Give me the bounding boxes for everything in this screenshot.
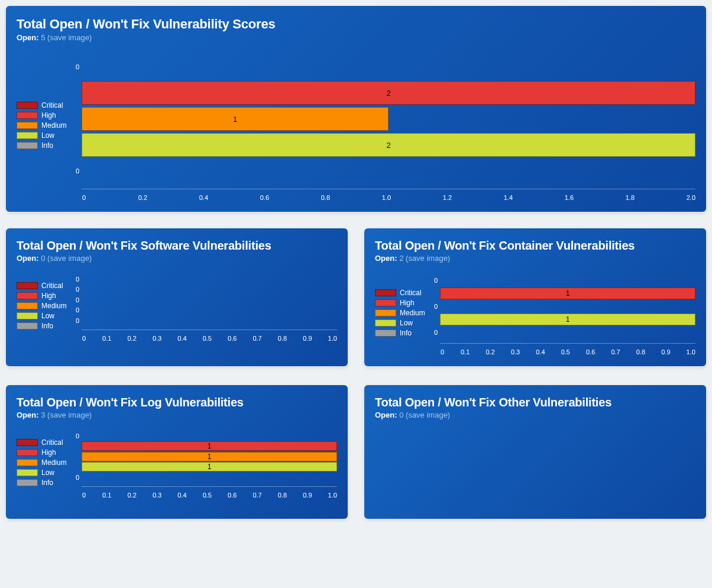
x-tick: 0.4 — [177, 335, 186, 342]
legend-item-high[interactable]: High — [17, 111, 78, 119]
x-tick: 1.0 — [382, 194, 391, 201]
card-subtitle: Open: 0 (save image) — [17, 254, 337, 263]
bar-row-info: 0 — [82, 316, 337, 325]
legend-item-info[interactable]: Info — [17, 479, 78, 487]
x-tick: 0.8 — [321, 194, 330, 201]
x-tick: 1.8 — [626, 194, 635, 201]
bar-medium[interactable]: 1 — [82, 107, 389, 131]
legend-item-info[interactable]: Info — [375, 329, 436, 337]
x-tick: 0 — [82, 492, 86, 499]
save-image-link[interactable]: (save image) — [47, 33, 92, 42]
legend-label: High — [41, 292, 56, 300]
legend-label: Info — [41, 322, 53, 330]
bar-row-critical: 0 — [82, 55, 695, 79]
legend-label: Medium — [41, 121, 67, 130]
x-tick: 0.1 — [102, 335, 111, 342]
legend-swatch — [17, 132, 38, 139]
save-image-link[interactable]: (save image) — [47, 254, 92, 263]
x-tick: 0 — [82, 335, 86, 342]
save-image-link[interactable]: (save image) — [406, 254, 450, 263]
legend-item-info[interactable]: Info — [17, 141, 78, 150]
bar-row-medium: 1 — [82, 452, 337, 461]
plot: 01010 00.10.20.30.40.50.60.70.80.91.0 — [440, 270, 695, 356]
bar-low[interactable]: 2 — [82, 133, 695, 157]
empty-chart-body — [375, 419, 695, 508]
x-tick: 0.9 — [661, 348, 670, 356]
open-label: Open: — [17, 411, 39, 419]
x-tick: 0.3 — [153, 492, 161, 499]
card-subtitle: Open: 0 (save image) — [375, 411, 695, 419]
legend-label: Low — [41, 131, 54, 140]
bars-area: 00000 — [82, 270, 337, 330]
bar-row-medium: 0 — [82, 295, 337, 305]
bar-low[interactable]: 1 — [440, 314, 695, 325]
legend-label: Critical — [41, 438, 63, 447]
card-subtitle: Open: 3 (save image) — [17, 411, 337, 419]
x-tick: 1.0 — [687, 348, 695, 356]
bar-row-medium: 1 — [82, 107, 695, 131]
x-tick: 0.2 — [486, 348, 494, 356]
legend-item-medium[interactable]: Medium — [17, 458, 78, 467]
x-tick: 0.1 — [102, 492, 111, 499]
plot: 01110 00.10.20.30.40.50.60.70.80.91.0 — [82, 427, 337, 499]
legend-item-info[interactable]: Info — [17, 322, 78, 330]
legend-item-critical[interactable]: Critical — [375, 289, 436, 297]
chart-total: CriticalHighMediumLowInfo 02120 00.20.40… — [17, 49, 695, 201]
legend-item-low[interactable]: Low — [17, 131, 78, 140]
bar-high[interactable]: 2 — [82, 81, 695, 105]
bar-zero-label: 0 — [434, 303, 438, 310]
legend-swatch — [17, 282, 38, 289]
legend-item-high[interactable]: High — [17, 292, 78, 300]
legend-swatch — [17, 292, 38, 299]
legend-item-critical[interactable]: Critical — [17, 438, 78, 447]
chart-log: CriticalHighMediumLowInfo 01110 00.10.20… — [17, 427, 337, 499]
card-total-vulnerability-scores: Total Open / Won't Fix Vulnerability Sco… — [6, 6, 706, 212]
legend-item-critical[interactable]: Critical — [17, 101, 78, 109]
legend-swatch — [375, 299, 396, 306]
bar-low[interactable]: 1 — [82, 462, 337, 471]
x-tick: 0.4 — [199, 194, 208, 201]
legend-item-medium[interactable]: Medium — [17, 121, 78, 130]
bar-row-critical: 0 — [440, 274, 695, 286]
x-tick: 0.4 — [536, 348, 545, 356]
x-tick: 0.8 — [278, 335, 287, 342]
legend-label: High — [41, 448, 56, 457]
legend-swatch — [17, 459, 38, 466]
bar-zero-label: 0 — [76, 432, 79, 440]
open-count: 0 — [41, 254, 45, 263]
legend-item-high[interactable]: High — [375, 299, 436, 307]
bar-row-low: 2 — [82, 133, 695, 157]
bar-medium[interactable]: 1 — [82, 452, 337, 461]
x-tick: 1.0 — [328, 335, 337, 342]
legend-label: High — [400, 299, 415, 307]
bar-high[interactable]: 1 — [440, 287, 695, 299]
legend-item-low[interactable]: Low — [375, 319, 436, 327]
legend-label: Info — [41, 141, 53, 150]
bar-row-info: 0 — [82, 473, 337, 482]
legend-item-low[interactable]: Low — [17, 312, 78, 320]
x-tick: 0.6 — [228, 335, 237, 342]
legend-swatch — [17, 479, 38, 486]
legend-item-low[interactable]: Low — [17, 469, 78, 477]
legend-swatch — [17, 112, 38, 119]
bar-zero-label: 0 — [76, 286, 79, 293]
legend-label: Low — [400, 319, 413, 327]
chart-container: CriticalHighMediumLowInfo 01010 00.10.20… — [375, 270, 695, 356]
save-image-link[interactable]: (save image) — [406, 411, 450, 419]
bar-high[interactable]: 1 — [82, 441, 337, 451]
legend: CriticalHighMediumLowInfo — [17, 427, 82, 499]
chart-software: CriticalHighMediumLowInfo 00000 00.10.20… — [17, 270, 337, 342]
save-image-link[interactable]: (save image) — [47, 411, 92, 419]
x-tick: 0.5 — [561, 348, 570, 356]
bars-area: 01010 — [440, 270, 695, 344]
legend-swatch — [17, 469, 38, 476]
x-tick: 0.3 — [511, 348, 520, 356]
legend-item-medium[interactable]: Medium — [375, 309, 436, 317]
legend-swatch — [17, 302, 38, 309]
x-tick: 0.7 — [253, 335, 261, 342]
bar-zero-label: 0 — [434, 277, 438, 284]
legend-item-high[interactable]: High — [17, 448, 78, 457]
card-software-vulnerabilities: Total Open / Won't Fix Software Vulnerab… — [6, 228, 348, 366]
legend-item-medium[interactable]: Medium — [17, 302, 78, 310]
legend-item-critical[interactable]: Critical — [17, 282, 78, 290]
